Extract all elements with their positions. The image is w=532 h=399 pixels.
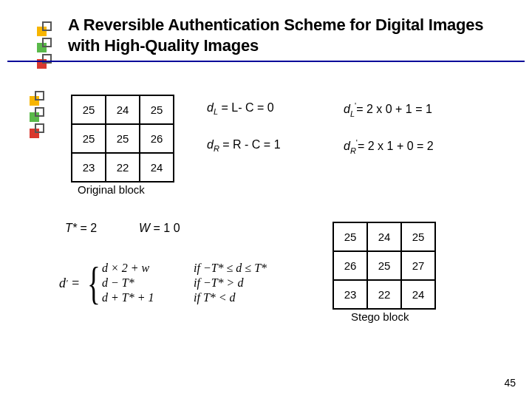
eq-body: = R - C = 1 [219, 138, 281, 151]
title-bullet-3 [37, 52, 53, 68]
cell: 26 [140, 124, 174, 153]
cell: 23 [333, 280, 367, 309]
cell: 25 [72, 124, 106, 153]
eq-body: = 2 x 1 + 0 = 2 [358, 140, 434, 152]
case-cond: if −T* > d [194, 276, 243, 290]
outline-square-icon [42, 54, 52, 64]
cell: 22 [106, 153, 140, 182]
param-W: W = 1 0 [139, 222, 180, 235]
cell: 25 [367, 251, 401, 280]
outline-square-icon [35, 123, 44, 133]
cell: 23 [72, 153, 106, 182]
cell: 24 [367, 222, 401, 251]
case-expr: d − T* [102, 276, 176, 290]
cell: 24 [140, 153, 174, 182]
param-lhs: W [139, 222, 150, 234]
eq-var: d [344, 103, 350, 115]
body-bullet-1 [30, 89, 46, 105]
case-expr: d × 2 + w [102, 261, 176, 276]
eq-sub: R [214, 144, 219, 153]
title-bullet-2 [37, 35, 53, 52]
eq-var: d [207, 138, 214, 151]
formula-lhs-var: d [59, 276, 66, 291]
case-expr: d + T* + 1 [102, 290, 176, 305]
eq-body: = L- C = 0 [218, 101, 274, 114]
outline-square-icon [35, 107, 44, 117]
param-eq: = 2 [77, 222, 97, 234]
param-eq: = 1 0 [150, 222, 180, 234]
cell: 25 [72, 95, 106, 124]
equation-dL: dL = L- C = 0 [207, 101, 274, 116]
case-cond: if −T* ≤ d ≤ T* [194, 261, 267, 276]
case-cond: if T* < d [194, 290, 236, 305]
cell: 26 [333, 251, 367, 280]
body-bullet-2 [30, 105, 46, 121]
param-T-star: T* = 2 [65, 222, 97, 235]
eq-sub: R [350, 146, 356, 155]
cell: 25 [401, 222, 435, 251]
body-bullet-3 [30, 121, 46, 137]
eq-var: d [344, 140, 350, 152]
cell: 24 [106, 95, 140, 124]
title-bullet-1 [37, 19, 53, 35]
piecewise-formula: d' = { d × 2 + w if −T* ≤ d ≤ T* d − T* … [59, 260, 288, 306]
equation-dL-prime: dL'= 2 x 0 + 1 = 1 [344, 101, 432, 118]
cell: 27 [401, 251, 435, 280]
stego-block-grid: 25 24 25 26 25 27 23 22 24 [332, 222, 436, 310]
eq-body: = 2 x 0 + 1 = 1 [356, 103, 432, 115]
slide-number: 45 [504, 377, 516, 389]
cell: 25 [106, 124, 140, 153]
param-lhs: T* [65, 222, 77, 234]
stego-block-label: Stego block [351, 310, 409, 323]
outline-square-icon [42, 21, 52, 31]
eq-var: d [207, 101, 214, 114]
cell: 25 [333, 222, 367, 251]
slide-title: A Reversible Authentication Scheme for D… [68, 15, 511, 55]
cell: 22 [367, 280, 401, 309]
equation-dR-prime: dR'= 2 x 1 + 0 = 2 [344, 138, 434, 155]
formula-lhs-prime: ' [66, 278, 68, 289]
slide-title-text: A Reversible Authentication Scheme for D… [68, 15, 511, 55]
cell: 25 [140, 95, 174, 124]
cell: 24 [401, 280, 435, 309]
outline-square-icon [42, 38, 52, 47]
original-block-grid: 25 24 25 25 25 26 23 22 24 [71, 95, 174, 183]
original-block-label: Original block [78, 183, 145, 196]
eq-sub: L [350, 109, 355, 118]
title-underline [7, 61, 525, 62]
outline-square-icon [35, 91, 44, 100]
brace-icon: { [87, 260, 100, 306]
equation-dR: dR = R - C = 1 [207, 138, 281, 153]
